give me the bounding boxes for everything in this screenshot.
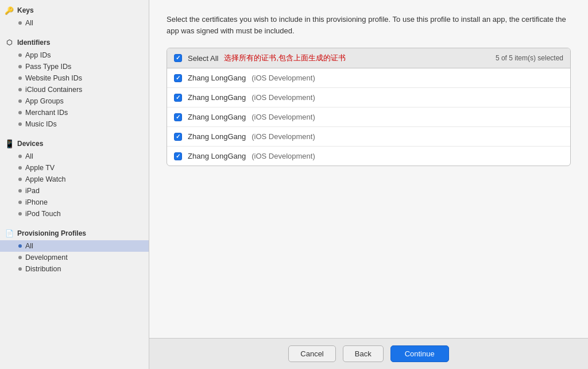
content-area: Select the certificates you wish to incl… — [149, 0, 588, 338]
sidebar-item-label: All — [25, 242, 33, 250]
sidebar-item-apple-tv[interactable]: Apple TV — [0, 162, 149, 174]
cert-type-4: (iOS Development) — [252, 132, 315, 141]
identifiers-icon: ⬡ — [5, 38, 14, 47]
cert-name-1: Zhang LongGang — [188, 74, 246, 82]
check-icon: ✓ — [176, 153, 180, 159]
sidebar-item-label: Merchant IDs — [25, 109, 68, 117]
dot-icon — [18, 212, 22, 216]
dot-icon — [18, 53, 22, 57]
sidebar-item-website-push-ids[interactable]: Website Push IDs — [0, 72, 149, 84]
back-button[interactable]: Back — [343, 345, 384, 362]
identifiers-header: ⬡ Identifiers — [0, 36, 149, 49]
cert-count: 5 of 5 item(s) selected — [496, 54, 563, 62]
cert-name-2: Zhang LongGang — [188, 93, 246, 102]
dot-icon — [18, 122, 22, 126]
dot-icon — [18, 244, 22, 248]
cert-checkbox-2[interactable]: ✓ — [174, 94, 182, 102]
dot-icon — [18, 201, 22, 204]
sidebar-item-label: App IDs — [25, 51, 51, 59]
cert-checkbox-4[interactable]: ✓ — [174, 133, 182, 141]
devices-header: 📱 Devices — [0, 137, 149, 151]
keys-section: 🔑 Keys All — [0, 0, 149, 32]
keys-icon: 🔑 — [5, 6, 14, 15]
dot-icon — [18, 76, 22, 80]
sidebar-item-ipad[interactable]: iPad — [0, 185, 149, 197]
sidebar-item-label: iPhone — [25, 198, 48, 206]
sidebar-item-label: Music IDs — [25, 120, 57, 128]
cert-type-3: (iOS Development) — [252, 113, 315, 121]
sidebar-item-app-ids[interactable]: App IDs — [0, 49, 149, 61]
sidebar-item-music-ids[interactable]: Music IDs — [0, 118, 149, 130]
cert-table-header: ✓ Select All 选择所有的证书,包含上面生成的证书 5 of 5 it… — [167, 48, 570, 68]
sidebar-item-label: All — [25, 152, 33, 160]
select-all-label: Select All — [188, 54, 218, 63]
sidebar-item-label: Website Push IDs — [25, 74, 82, 82]
sidebar-item-merchant-ids[interactable]: Merchant IDs — [0, 107, 149, 118]
table-row[interactable]: ✓ Zhang LongGang (iOS Development) — [167, 127, 570, 147]
sidebar-item-label: App Groups — [25, 97, 64, 105]
cert-checkbox-1[interactable]: ✓ — [174, 74, 182, 82]
check-icon: ✓ — [176, 75, 180, 81]
sidebar-item-icloud-containers[interactable]: iCloud Containers — [0, 84, 149, 95]
cert-name-4: Zhang LongGang — [188, 132, 246, 141]
sidebar-item-apple-watch[interactable]: Apple Watch — [0, 174, 149, 185]
devices-label: Devices — [17, 140, 43, 148]
certificate-table: ✓ Select All 选择所有的证书,包含上面生成的证书 5 of 5 it… — [167, 48, 571, 166]
sidebar-item-keys-all[interactable]: All — [0, 17, 149, 29]
sidebar-item-label: Distribution — [25, 265, 61, 273]
cert-checkbox-5[interactable]: ✓ — [174, 152, 182, 160]
table-row[interactable]: ✓ Zhang LongGang (iOS Development) — [167, 147, 570, 166]
sidebar-item-label: iPod Touch — [25, 210, 61, 218]
sidebar-item-label: iPad — [25, 187, 40, 195]
table-row[interactable]: ✓ Zhang LongGang (iOS Development) — [167, 107, 570, 127]
devices-icon: 📱 — [5, 139, 14, 148]
sidebar-item-devices-all[interactable]: All — [0, 151, 149, 162]
provisioning-section: 📄 Provisioning Profiles All Development … — [0, 223, 149, 278]
sidebar-item-development[interactable]: Development — [0, 252, 149, 263]
dot-icon — [18, 111, 22, 114]
keys-label: Keys — [17, 6, 34, 14]
cert-name-3: Zhang LongGang — [188, 113, 246, 121]
provisioning-header: 📄 Provisioning Profiles — [0, 226, 149, 240]
sidebar: 🔑 Keys All ⬡ Identifiers App IDs Pass Ty… — [0, 0, 149, 369]
cert-type-2: (iOS Development) — [252, 93, 315, 102]
check-icon: ✓ — [176, 134, 180, 140]
continue-button[interactable]: Continue — [390, 345, 449, 362]
identifiers-section: ⬡ Identifiers App IDs Pass Type IDs Webs… — [0, 32, 149, 133]
dot-icon — [18, 88, 22, 91]
sidebar-item-pass-type-ids[interactable]: Pass Type IDs — [0, 61, 149, 72]
sidebar-item-label: Pass Type IDs — [25, 63, 71, 71]
dot-icon — [18, 267, 22, 271]
description-text: Select the certificates you wish to incl… — [167, 14, 571, 36]
cancel-button[interactable]: Cancel — [288, 345, 335, 362]
check-icon: ✓ — [176, 95, 180, 101]
dot-icon — [18, 256, 22, 259]
dot-icon — [18, 189, 22, 193]
sidebar-item-provisioning-all[interactable]: All — [0, 240, 149, 252]
select-all-checkbox[interactable]: ✓ — [174, 54, 182, 62]
dot-icon — [18, 65, 22, 68]
table-row[interactable]: ✓ Zhang LongGang (iOS Development) — [167, 88, 570, 107]
cert-type-1: (iOS Development) — [252, 74, 315, 82]
cert-type-5: (iOS Development) — [252, 152, 315, 160]
sidebar-item-ipod-touch[interactable]: iPod Touch — [0, 208, 149, 220]
cert-annotation: 选择所有的证书,包含上面生成的证书 — [224, 53, 489, 63]
check-icon: ✓ — [176, 55, 180, 61]
sidebar-item-distribution[interactable]: Distribution — [0, 263, 149, 275]
cert-name-5: Zhang LongGang — [188, 152, 246, 160]
footer: Cancel Back Continue — [149, 338, 588, 369]
sidebar-item-label: Apple TV — [25, 164, 55, 172]
dot-icon — [18, 166, 22, 170]
dot-icon — [18, 178, 22, 181]
table-row[interactable]: ✓ Zhang LongGang (iOS Development) — [167, 68, 570, 88]
cert-checkbox-3[interactable]: ✓ — [174, 113, 182, 121]
keys-header: 🔑 Keys — [0, 3, 149, 17]
dot-icon — [18, 99, 22, 103]
sidebar-item-label: Development — [25, 253, 68, 262]
sidebar-item-app-groups[interactable]: App Groups — [0, 95, 149, 107]
identifiers-label: Identifiers — [17, 39, 50, 47]
dot-icon — [18, 21, 22, 25]
sidebar-item-iphone[interactable]: iPhone — [0, 197, 149, 208]
main-content: Select the certificates you wish to incl… — [149, 0, 588, 369]
provisioning-icon: 📄 — [5, 229, 14, 238]
